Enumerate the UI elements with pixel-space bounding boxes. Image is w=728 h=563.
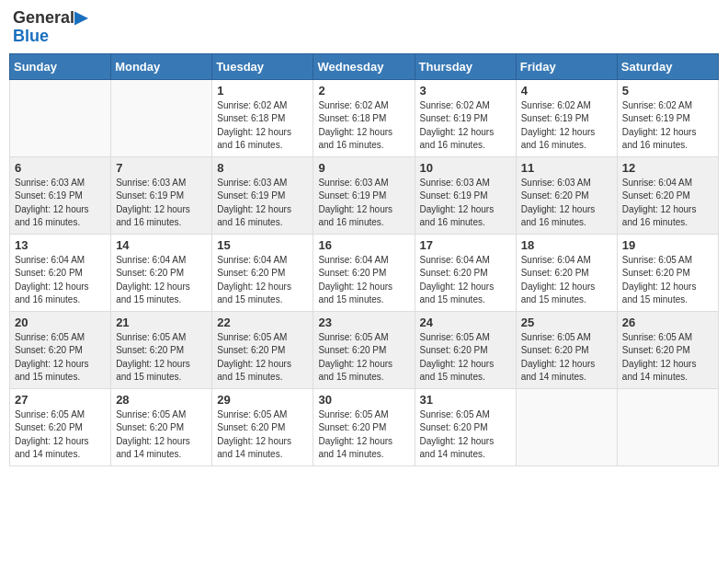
col-header-thursday: Thursday <box>415 53 516 79</box>
day-info: Sunrise: 6:03 AM Sunset: 6:19 PM Dayligh… <box>116 177 207 230</box>
day-info: Sunrise: 6:05 AM Sunset: 6:20 PM Dayligh… <box>622 254 713 307</box>
day-number: 22 <box>217 316 308 329</box>
calendar-cell <box>10 79 111 156</box>
calendar-cell: 3Sunrise: 6:02 AM Sunset: 6:19 PM Daylig… <box>415 79 516 156</box>
calendar-cell: 21Sunrise: 6:05 AM Sunset: 6:20 PM Dayli… <box>111 311 212 388</box>
calendar-cell: 15Sunrise: 6:04 AM Sunset: 6:20 PM Dayli… <box>212 234 313 311</box>
day-number: 15 <box>217 238 308 252</box>
calendar-body: 1Sunrise: 6:02 AM Sunset: 6:18 PM Daylig… <box>10 79 719 465</box>
calendar-cell: 2Sunrise: 6:02 AM Sunset: 6:18 PM Daylig… <box>313 79 415 156</box>
day-number: 6 <box>15 161 106 175</box>
col-header-saturday: Saturday <box>617 53 718 79</box>
day-info: Sunrise: 6:03 AM Sunset: 6:20 PM Dayligh… <box>521 177 612 230</box>
calendar-cell: 24Sunrise: 6:05 AM Sunset: 6:20 PM Dayli… <box>415 311 516 388</box>
day-info: Sunrise: 6:05 AM Sunset: 6:20 PM Dayligh… <box>318 331 409 385</box>
day-number: 3 <box>420 84 511 98</box>
calendar-week-row: 6Sunrise: 6:03 AM Sunset: 6:19 PM Daylig… <box>10 156 719 234</box>
day-number: 7 <box>116 161 207 175</box>
day-number: 1 <box>217 84 308 98</box>
day-number: 16 <box>318 238 409 252</box>
day-number: 13 <box>15 238 106 252</box>
day-info: Sunrise: 6:03 AM Sunset: 6:19 PM Dayligh… <box>217 177 308 230</box>
day-info: Sunrise: 6:04 AM Sunset: 6:20 PM Dayligh… <box>116 254 207 307</box>
calendar-cell <box>617 388 718 465</box>
day-number: 25 <box>521 316 612 329</box>
calendar-cell: 30Sunrise: 6:05 AM Sunset: 6:20 PM Dayli… <box>313 388 415 465</box>
calendar-cell: 18Sunrise: 6:04 AM Sunset: 6:20 PM Dayli… <box>516 234 617 311</box>
day-number: 27 <box>15 393 106 407</box>
day-info: Sunrise: 6:02 AM Sunset: 6:19 PM Dayligh… <box>622 99 713 153</box>
calendar-cell: 14Sunrise: 6:04 AM Sunset: 6:20 PM Dayli… <box>111 234 212 311</box>
day-info: Sunrise: 6:03 AM Sunset: 6:19 PM Dayligh… <box>318 177 409 230</box>
day-number: 8 <box>217 161 308 175</box>
day-info: Sunrise: 6:04 AM Sunset: 6:20 PM Dayligh… <box>318 254 409 307</box>
logo: General▶ Blue <box>13 9 87 46</box>
logo-text: General▶ <box>13 9 87 28</box>
calendar-cell: 29Sunrise: 6:05 AM Sunset: 6:20 PM Dayli… <box>212 388 313 465</box>
day-number: 18 <box>521 238 612 252</box>
day-info: Sunrise: 6:05 AM Sunset: 6:20 PM Dayligh… <box>217 331 308 385</box>
col-header-monday: Monday <box>111 53 212 79</box>
calendar-cell: 22Sunrise: 6:05 AM Sunset: 6:20 PM Dayli… <box>212 311 313 388</box>
day-number: 30 <box>318 393 409 407</box>
day-info: Sunrise: 6:02 AM Sunset: 6:18 PM Dayligh… <box>318 99 409 153</box>
day-info: Sunrise: 6:05 AM Sunset: 6:20 PM Dayligh… <box>217 408 308 462</box>
calendar-week-row: 27Sunrise: 6:05 AM Sunset: 6:20 PM Dayli… <box>10 388 719 465</box>
day-info: Sunrise: 6:05 AM Sunset: 6:20 PM Dayligh… <box>420 408 511 462</box>
day-info: Sunrise: 6:05 AM Sunset: 6:20 PM Dayligh… <box>521 331 612 385</box>
calendar-cell: 4Sunrise: 6:02 AM Sunset: 6:19 PM Daylig… <box>516 79 617 156</box>
calendar-cell: 8Sunrise: 6:03 AM Sunset: 6:19 PM Daylig… <box>212 156 313 234</box>
calendar-cell: 28Sunrise: 6:05 AM Sunset: 6:20 PM Dayli… <box>111 388 212 465</box>
day-info: Sunrise: 6:05 AM Sunset: 6:20 PM Dayligh… <box>116 408 207 462</box>
day-number: 17 <box>420 238 511 252</box>
day-info: Sunrise: 6:04 AM Sunset: 6:20 PM Dayligh… <box>622 177 713 230</box>
calendar-week-row: 13Sunrise: 6:04 AM Sunset: 6:20 PM Dayli… <box>10 234 719 311</box>
calendar-week-row: 1Sunrise: 6:02 AM Sunset: 6:18 PM Daylig… <box>10 79 719 156</box>
day-info: Sunrise: 6:05 AM Sunset: 6:20 PM Dayligh… <box>15 408 106 462</box>
calendar-cell: 12Sunrise: 6:04 AM Sunset: 6:20 PM Dayli… <box>617 156 718 234</box>
calendar-cell: 5Sunrise: 6:02 AM Sunset: 6:19 PM Daylig… <box>617 79 718 156</box>
calendar-cell: 7Sunrise: 6:03 AM Sunset: 6:19 PM Daylig… <box>111 156 212 234</box>
day-number: 11 <box>521 161 612 175</box>
day-info: Sunrise: 6:04 AM Sunset: 6:20 PM Dayligh… <box>420 254 511 307</box>
col-header-friday: Friday <box>516 53 617 79</box>
calendar-cell: 26Sunrise: 6:05 AM Sunset: 6:20 PM Dayli… <box>617 311 718 388</box>
calendar-cell: 27Sunrise: 6:05 AM Sunset: 6:20 PM Dayli… <box>10 388 111 465</box>
calendar-cell: 20Sunrise: 6:05 AM Sunset: 6:20 PM Dayli… <box>10 311 111 388</box>
day-info: Sunrise: 6:05 AM Sunset: 6:20 PM Dayligh… <box>622 331 713 385</box>
calendar-cell: 19Sunrise: 6:05 AM Sunset: 6:20 PM Dayli… <box>617 234 718 311</box>
day-info: Sunrise: 6:04 AM Sunset: 6:20 PM Dayligh… <box>217 254 308 307</box>
day-info: Sunrise: 6:05 AM Sunset: 6:20 PM Dayligh… <box>318 408 409 462</box>
day-info: Sunrise: 6:05 AM Sunset: 6:20 PM Dayligh… <box>15 331 106 385</box>
day-number: 23 <box>318 316 409 329</box>
logo-subtext: Blue <box>13 28 87 46</box>
calendar-cell: 6Sunrise: 6:03 AM Sunset: 6:19 PM Daylig… <box>10 156 111 234</box>
calendar-cell: 11Sunrise: 6:03 AM Sunset: 6:20 PM Dayli… <box>516 156 617 234</box>
day-info: Sunrise: 6:03 AM Sunset: 6:19 PM Dayligh… <box>15 177 106 230</box>
day-info: Sunrise: 6:05 AM Sunset: 6:20 PM Dayligh… <box>420 331 511 385</box>
day-number: 19 <box>622 238 713 252</box>
day-number: 12 <box>622 161 713 175</box>
day-number: 2 <box>318 84 409 98</box>
day-info: Sunrise: 6:02 AM Sunset: 6:19 PM Dayligh… <box>420 99 511 153</box>
day-number: 26 <box>622 316 713 329</box>
col-header-tuesday: Tuesday <box>212 53 313 79</box>
calendar-cell: 31Sunrise: 6:05 AM Sunset: 6:20 PM Dayli… <box>415 388 516 465</box>
day-number: 28 <box>116 393 207 407</box>
day-number: 24 <box>420 316 511 329</box>
calendar-cell: 1Sunrise: 6:02 AM Sunset: 6:18 PM Daylig… <box>212 79 313 156</box>
day-number: 31 <box>420 393 511 407</box>
day-number: 5 <box>622 84 713 98</box>
calendar-cell: 25Sunrise: 6:05 AM Sunset: 6:20 PM Dayli… <box>516 311 617 388</box>
calendar-cell: 23Sunrise: 6:05 AM Sunset: 6:20 PM Dayli… <box>313 311 415 388</box>
calendar-cell: 13Sunrise: 6:04 AM Sunset: 6:20 PM Dayli… <box>10 234 111 311</box>
col-header-sunday: Sunday <box>10 53 111 79</box>
day-info: Sunrise: 6:04 AM Sunset: 6:20 PM Dayligh… <box>15 254 106 307</box>
day-info: Sunrise: 6:05 AM Sunset: 6:20 PM Dayligh… <box>116 331 207 385</box>
calendar-cell: 9Sunrise: 6:03 AM Sunset: 6:19 PM Daylig… <box>313 156 415 234</box>
day-number: 21 <box>116 316 207 329</box>
day-number: 29 <box>217 393 308 407</box>
calendar-cell: 17Sunrise: 6:04 AM Sunset: 6:20 PM Dayli… <box>415 234 516 311</box>
day-number: 14 <box>116 238 207 252</box>
day-number: 10 <box>420 161 511 175</box>
